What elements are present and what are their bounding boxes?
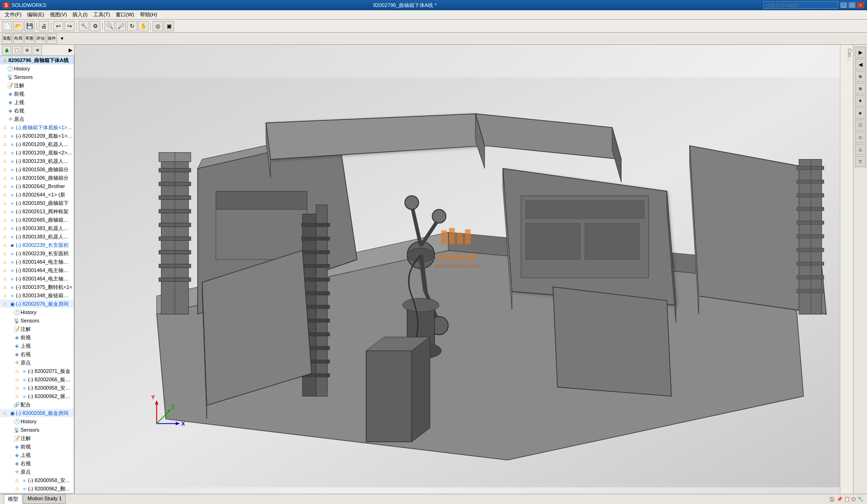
open-button[interactable]: 📂	[13, 21, 23, 31]
display-style-button[interactable]: ▣	[164, 21, 174, 31]
tree-part-2[interactable]: ⚠ ■ (-) 82001209_底板<1> (曲	[0, 132, 74, 140]
tree-part-16[interactable]: ⚠ ■ (-) 82002239_长安面积	[0, 249, 74, 258]
rp-btn-10[interactable]: ▽	[855, 156, 866, 167]
tree-part-7[interactable]: ⚠ ■ (-) 82001506_曲轴箱分	[0, 174, 74, 182]
tree-right-view-3[interactable]: ◈ 右视	[0, 459, 74, 468]
tree-mate-1[interactable]: 🔗 配合	[0, 400, 74, 409]
rp-btn-6[interactable]: ◈	[855, 107, 866, 119]
tree-part-5[interactable]: ⚠ ■ (-) 82001239_机器人整线	[0, 157, 74, 165]
new-button[interactable]: 📄	[2, 21, 12, 31]
menu-view[interactable]: 视图(V)	[47, 10, 70, 19]
zoom-out-button[interactable]: 🔎	[116, 21, 126, 31]
tree-top-view-1[interactable]: ◈ 上视	[0, 98, 74, 106]
left-panel-expand-btn[interactable]: ▶	[69, 47, 72, 53]
tree-origin-2[interactable]: ✛ 原点	[0, 358, 74, 367]
tree-subasm-1[interactable]: ⚠ ▣ (-) 82002076_板金房间	[0, 300, 74, 308]
layout-button[interactable]: 布局	[13, 34, 23, 44]
tree-part-12[interactable]: ⚠ ■ (-) 82002665_曲轴箱下体	[0, 216, 74, 224]
menu-tools[interactable]: 工具(T)	[91, 10, 113, 19]
tree-notes-3[interactable]: 📝 注解	[0, 434, 74, 442]
menu-insert[interactable]: 插入(I)	[70, 10, 90, 19]
menu-window[interactable]: 窗口(W)	[113, 10, 137, 19]
config-tree-btn[interactable]: ⚙	[22, 46, 32, 55]
tree-part-4[interactable]: ⚠ ■ (-) 82001209_底板<2> (曲	[0, 148, 74, 157]
tree-sensors-3[interactable]: 📡 Sensors	[0, 426, 74, 434]
tab-motion-study[interactable]: Motion Study 1	[23, 494, 66, 504]
tree-part-21[interactable]: ⚠ ■ (-) 82001348_板链箱输送机	[0, 291, 74, 300]
maximize-button[interactable]: □	[848, 2, 856, 8]
tree-right-view-2[interactable]: ◈ 右视	[0, 350, 74, 358]
tree-subpart-3[interactable]: ⚠ ■ (-) 82000958_安全开关	[0, 384, 74, 392]
options-button[interactable]: ⚙	[90, 21, 100, 31]
tree-top-view-3[interactable]: ◈ 上视	[0, 451, 74, 459]
tree-subpart-5[interactable]: ⚠ ■ (-) 82000958_安全开关	[0, 476, 74, 484]
tree-subpart-1[interactable]: ⚠ ■ (-) 82002071_板金	[0, 367, 74, 375]
tree-part-20[interactable]: ⚠ ■ (-) 82001975_翻转机<1<	[0, 283, 74, 291]
rp-btn-1[interactable]: ▶	[855, 47, 866, 58]
tree-sensors-1[interactable]: 📡 Sensors	[0, 73, 74, 81]
tree-origin-3[interactable]: ✛ 原点	[0, 468, 74, 476]
pan-button[interactable]: ✋	[138, 21, 148, 31]
property-tree-btn[interactable]: 📋	[12, 46, 21, 55]
tree-subpart-4[interactable]: ⚠ ■ (-) 82000962_驱动体*	[0, 392, 74, 400]
tree-notes-2[interactable]: 📝 注解	[0, 325, 74, 333]
rp-btn-4[interactable]: ⊗	[855, 83, 866, 94]
tree-subasm-2[interactable]: ⚠ ▣ (-) 82002058_板金房间	[0, 409, 74, 417]
tree-history-2[interactable]: 🕐 History	[0, 308, 74, 316]
tree-subpart-2[interactable]: ⚠ ■ (-) 82002066_板金房间	[0, 375, 74, 384]
tree-part-9[interactable]: ⚠ ■ (-) 82002644_<1> (新	[0, 190, 74, 199]
tree-part-10[interactable]: ⚠ ■ (-) 82001850_曲轴箱下	[0, 199, 74, 207]
search-input[interactable]	[763, 1, 838, 9]
rp-btn-7[interactable]: ⬡	[855, 119, 866, 131]
view-orient-button[interactable]: ◎	[153, 21, 163, 31]
tab-model[interactable]: 模型	[4, 494, 22, 504]
close-button[interactable]: ×	[857, 2, 864, 8]
tree-part-15[interactable]: ⚠ ■ (-) 82002239_长安面积	[0, 241, 74, 249]
eval-button[interactable]: 评估	[35, 34, 46, 44]
print-button[interactable]: 🖨	[39, 21, 49, 31]
menu-file[interactable]: 文件(F)	[2, 10, 24, 19]
rp-btn-2[interactable]: ◀	[855, 59, 866, 70]
tree-part-19[interactable]: ⚠ ■ (-) 82001464_电主轴支架	[0, 274, 74, 283]
sketch-button[interactable]: 草图	[24, 34, 35, 44]
rp-btn-8[interactable]: ◇	[855, 132, 866, 143]
tree-front-view-2[interactable]: ◈ 前视	[0, 333, 74, 342]
tree-top-view-2[interactable]: ◈ 上视	[0, 342, 74, 350]
assembly-button[interactable]: 装配	[2, 34, 12, 44]
rp-btn-9[interactable]: △	[855, 144, 866, 155]
tree-sensors-2[interactable]: 📡 Sensors	[0, 316, 74, 325]
tree-front-view-3[interactable]: ◈ 前视	[0, 442, 74, 451]
rebuild-button[interactable]: 🔧	[79, 21, 89, 31]
tree-notes-1[interactable]: 📝 注解	[0, 81, 74, 90]
addin-button[interactable]: 插件	[47, 34, 57, 44]
tree-part-18[interactable]: ⚠ ■ (-) 82001464_电主轴支架	[0, 266, 74, 274]
tree-right-view-1[interactable]: ◈ 右视	[0, 106, 74, 115]
tree-subpart-6[interactable]: ⚠ ■ (-) 82000962_翻转机	[0, 484, 74, 493]
save-button[interactable]: 💾	[24, 21, 35, 31]
tree-history-1[interactable]: 🕐 History	[0, 64, 74, 73]
undo-button[interactable]: ↩	[53, 21, 63, 31]
tree-origin-1[interactable]: ✛ 原点	[0, 115, 74, 123]
tree-part-3[interactable]: ⚠ ■ (-) 82001209_机器人整线	[0, 140, 74, 148]
tree-part-6[interactable]: ⚠ ■ (-) 82001506_曲轴箱分	[0, 165, 74, 174]
display-tree-btn[interactable]: 👁	[33, 46, 42, 55]
rp-btn-5[interactable]: ✦	[855, 95, 866, 106]
tree-part-1[interactable]: ⚠ ■ (-) 曲轴箱下体底板<1> (曲	[0, 123, 74, 132]
tree-root[interactable]: ⚠ 82002796_曲轴箱下体A线	[0, 56, 74, 64]
3d-viewport[interactable]: ⊞ 🔍+ ↻ ✋ 👁 ▣ ⊘ 🎨 🌐 📷	[75, 45, 840, 494]
tree-history-3[interactable]: 🕐 History	[0, 417, 74, 426]
rotate-button[interactable]: ↻	[127, 21, 137, 31]
redo-button[interactable]: ↪	[64, 21, 75, 31]
tree-part-14[interactable]: ⚠ ■ (-) 82001383_机器人整线	[0, 232, 74, 241]
zoom-in-button[interactable]: 🔍	[105, 21, 115, 31]
menu-help[interactable]: 帮助(H)	[137, 10, 160, 19]
minimize-button[interactable]: _	[840, 2, 847, 8]
tree-part-8[interactable]: ⚠ ■ (-) 82002642_Brother	[0, 182, 74, 190]
viewport-canvas[interactable]: X Y Z	[75, 45, 840, 494]
feature-tree-btn[interactable]: 🌲	[2, 46, 11, 55]
tree-part-11[interactable]: ⚠ ■ (-) 82002613_两种框架	[0, 207, 74, 216]
tree-part-17[interactable]: ⚠ ■ (-) 82001464_电主轴支架	[0, 258, 74, 266]
tree-front-view-1[interactable]: ◈ 前视	[0, 90, 74, 98]
tree-part-13[interactable]: ⚠ ■ (-) 82001383_机器人整线	[0, 224, 74, 232]
menu-edit[interactable]: 编辑(E)	[24, 10, 47, 19]
